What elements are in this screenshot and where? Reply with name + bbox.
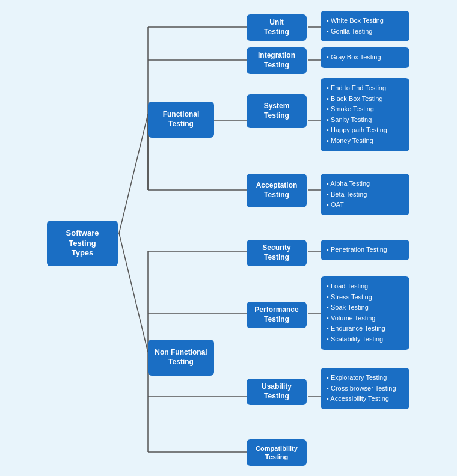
leaf-unit: White Box Testing Gorilla Testing: [321, 11, 409, 41]
leaf-integration: Gray Box Testing: [321, 47, 409, 68]
diagram-container: Software Testing Types Functional Testin…: [0, 0, 457, 476]
node-root: Software Testing Types: [47, 221, 118, 266]
node-performance: Performance Testing: [247, 302, 307, 328]
node-integration: Integration Testing: [247, 47, 307, 74]
leaf-acceptation: Alpha Testing Beta Testing OAT: [321, 174, 409, 215]
node-security: Security Testing: [247, 240, 307, 266]
node-system: System Testing: [247, 94, 307, 128]
node-usability: Usability Testing: [247, 379, 307, 405]
svg-line-1: [119, 233, 148, 352]
node-acceptation: Acceptation Testing: [247, 174, 307, 207]
leaf-performance: Load Testing Stress Testing Soak Testing…: [321, 276, 409, 350]
node-unit: Unit Testing: [247, 14, 307, 41]
leaf-security: Penetration Testing: [321, 240, 409, 260]
node-functional: Functional Testing: [148, 102, 214, 138]
leaf-system: End to End Testing Black Box Testing Smo…: [321, 78, 409, 151]
node-compatibility: Compatibility Testing: [247, 439, 307, 466]
leaf-usability: Exploratory Testing Cross browser Testin…: [321, 368, 409, 409]
svg-line-0: [119, 114, 148, 233]
node-non-functional: Non Functional Testing: [148, 340, 214, 376]
